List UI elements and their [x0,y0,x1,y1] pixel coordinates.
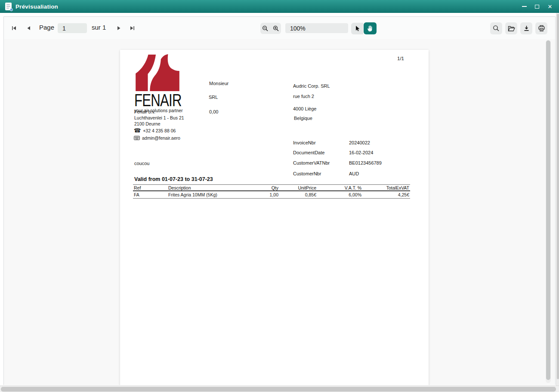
validity-text: Valid from 01-07-23 to 31-07-23 [134,176,213,182]
printer-icon [538,25,545,32]
open-file-button[interactable] [505,22,517,34]
invoice-page: 0,00 1/1 Monsieur SRL FENAIR your air so… [120,50,429,385]
cell-qty: 1,00 [245,192,279,197]
download-icon [523,25,530,32]
meta-value-customervatnbr: BE0123456789 [349,160,382,165]
meta-label-invoicenbr: InvoiceNbr [293,140,316,145]
horizontal-scrollbar[interactable] [0,386,559,392]
col-header-unitprice: UnitPrice [279,185,317,190]
page-number-input[interactable] [58,23,87,33]
window-vertical-scrollbar[interactable] [556,13,559,386]
zoom-button-group [260,23,281,34]
meta-label-documentdate: DocumentDate [293,150,324,155]
amount-header: 0,00 [209,109,218,114]
page-label: Page [39,24,54,31]
pointer-tool-button[interactable] [351,23,363,34]
cell-vat: 6,00% [317,192,362,197]
company-email-row: admin@fenair.aero [134,135,180,141]
viewer-vertical-scrollbar[interactable] [546,40,551,383]
salutation-line2: SRL [209,95,218,100]
last-page-button[interactable] [128,24,136,32]
zoom-level-input[interactable] [285,23,348,33]
col-header-description: Description [167,185,245,190]
company-name: Fenair b.v. [134,109,184,115]
cell-totalexvat: 4,25€ [362,192,410,197]
company-phone-row: ☎ +32 4 235 88 06 [134,128,176,133]
col-header-ref: Ref [133,185,167,190]
table-row: FA Frites Agria 10MM (5Kg) 1,00 0,85€ 6,… [133,191,410,199]
cell-description: Frites Agria 10MM (5Kg) [167,192,245,197]
next-page-button[interactable] [115,24,123,32]
customer-street: rue fuch 2 [293,94,314,99]
customer-city: 4000 Liège [293,106,316,111]
zoom-out-icon[interactable] [260,25,271,32]
table-header-row: Ref Description Qty UnitPrice V.A.T. % T… [133,184,410,191]
document-viewer[interactable]: 0,00 1/1 Monsieur SRL FENAIR your air so… [4,39,555,385]
company-logo: FENAIR your air solutions partner [134,54,193,113]
window-title: Prévisualiation [15,3,58,10]
viewer-vertical-scrollbar-thumb[interactable] [546,40,550,380]
items-table: Ref Description Qty UnitPrice V.A.T. % T… [133,184,410,199]
maximize-button[interactable] [533,3,541,10]
preview-window: Prévisualiation ✕ Page sur 1 [0,0,559,392]
meta-label-customernbr: CustomerNbr [293,171,321,176]
meta-value-customernbr: AUD [349,171,359,176]
preview-panel: Page sur 1 [3,16,556,385]
meta-label-customervatnbr: CustomerVATNbr [293,160,330,165]
customer-name: Audric Corp. SRL [293,83,330,89]
cell-ref: FA [133,192,167,197]
print-button[interactable] [535,22,547,34]
meta-value-invoicenbr: 20240022 [349,140,370,145]
fenair-logo-mark [134,54,181,91]
first-page-button[interactable] [10,24,18,32]
page-total-label: sur 1 [92,24,106,31]
window-controls: ✕ [520,3,554,10]
open-folder-icon [508,25,515,32]
col-header-totalexvat: TotalExVAT [362,185,410,190]
company-city: 2100 Deurne [134,121,184,127]
horizontal-scrollbar-thumb[interactable] [1,387,556,392]
zoom-in-icon[interactable] [271,25,281,32]
col-header-vat: V.A.T. % [317,185,362,190]
brand-wordmark: FENAIR [134,91,182,109]
company-address: Fenair b.v. Luchthavenlei 1 - Bus 21 210… [134,109,184,127]
page-indicator: 1/1 [397,56,404,61]
hand-tool-button[interactable] [364,22,377,34]
salutation: Monsieur [209,81,229,86]
document-preview-icon [5,3,12,10]
close-button[interactable]: ✕ [546,3,554,10]
cell-unitprice: 0,85€ [279,192,317,197]
email-icon [134,136,140,140]
window-vertical-scrollbar-thumb[interactable] [557,14,559,379]
col-header-qty: Qty [245,185,279,190]
search-button[interactable] [490,22,502,34]
previous-page-button[interactable] [25,24,32,32]
meta-value-documentdate: 16-02-2024 [349,150,373,155]
company-email: admin@fenair.aero [142,135,180,141]
titlebar: Prévisualiation ✕ [0,0,559,13]
download-button[interactable] [520,22,532,34]
customer-country: Belgique [294,116,312,121]
phone-icon: ☎ [134,128,141,133]
note-text: coucou [134,161,149,166]
company-phone: +32 4 235 88 06 [143,128,176,133]
pointer-cursor-icon [355,25,360,32]
hand-icon [367,25,374,32]
toolbar: Page sur 1 [4,17,555,39]
company-street: Luchthavenlei 1 - Bus 21 [134,115,184,121]
search-icon [493,25,500,32]
minimize-button[interactable] [520,3,528,10]
